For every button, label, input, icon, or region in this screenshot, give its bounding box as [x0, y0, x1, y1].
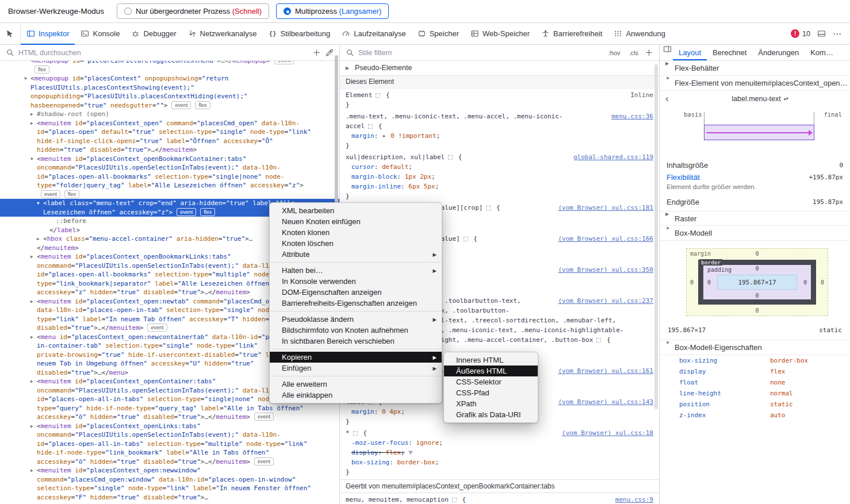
tab-stilbearbeitung[interactable]: {}Stilbearbeitung: [263, 23, 336, 44]
markup-line[interactable]: accesskey="ö" hidden="true" disabled="tr…: [0, 413, 339, 422]
flex-badge[interactable]: flex: [64, 190, 79, 198]
markup-line[interactable]: accesskey="F" hidden="true" disabled="tr…: [0, 493, 339, 502]
toggle-hover-button[interactable]: :hov: [606, 49, 623, 56]
rule-line[interactable]: box-sizing: border-box;: [340, 457, 659, 467]
rule-line[interactable]: margin: ▶ 0 !important;: [340, 131, 659, 141]
flex-badge[interactable]: flex: [200, 208, 215, 216]
markup-line[interactable]: ▼<menuitem id="placesContext_openBookmar…: [0, 155, 339, 164]
rule-line[interactable]: xul|description, xul|label {global-share…: [340, 152, 659, 162]
markup-line[interactable]: eventflex: [0, 190, 339, 199]
markup-line[interactable]: ▶<menuitem id="placesContext_open:newwin…: [0, 466, 339, 475]
margin-right-value[interactable]: 0: [821, 279, 824, 286]
context-menu-item[interactable]: XML bearbeiten: [270, 205, 442, 216]
rule-line[interactable]: margin-block: 1px 2px;: [340, 172, 659, 182]
tab-speicher[interactable]: Speicher: [412, 23, 465, 44]
collapse-twisty-icon[interactable]: ▼: [37, 199, 40, 208]
markup-line[interactable]: ▶<menuitem id="placesContext_open" comma…: [0, 119, 339, 128]
padding-right-value[interactable]: 0: [803, 279, 807, 286]
stylesheet-link[interactable]: global-shared.css:119: [573, 152, 653, 162]
sidebar-tab-berechnet[interactable]: Berechnet: [707, 45, 752, 60]
process-mode-option-0[interactable]: Nur übergeordneter Prozess (Schnell): [117, 3, 269, 19]
border-box[interactable]: border padding 0 0 0 0 195.867×17: [698, 260, 816, 305]
rule-line[interactable]: menu, menuitem, menucaption {menu.css:9: [340, 495, 659, 504]
markup-line[interactable]: ▼<menupopup id="placesContext" onpopupsh…: [0, 74, 339, 83]
back-chevron-icon[interactable]: ‹: [665, 94, 676, 103]
context-menu-item[interactable]: Halten bei…▶: [270, 265, 442, 276]
split-console-icon[interactable]: [817, 29, 826, 38]
context-menu-item[interactable]: Knoten klonen: [270, 227, 442, 238]
markup-line[interactable]: hasbeenopened="true" needsgutter="">even…: [0, 101, 339, 110]
stylesheet-link[interactable]: (vom Browser) xul.css:181: [558, 203, 653, 213]
context-menu-item[interactable]: Inneres HTML: [444, 355, 538, 366]
expand-twisty-icon[interactable]: ▶: [30, 422, 33, 431]
markup-line[interactable]: ▶<menuitem id="placesContext_openLinks:t…: [0, 422, 339, 431]
rule-line[interactable]: cursor: default;: [340, 162, 659, 172]
search-input[interactable]: HTML durchsuchen: [18, 49, 308, 57]
padding-bottom-value[interactable]: 0: [755, 293, 759, 299]
context-menu-item[interactable]: Alle erweitern: [270, 379, 442, 390]
eyedropper-icon[interactable]: [325, 48, 334, 57]
tab-laufzeitanalyse[interactable]: Laufzeitanalyse: [336, 23, 411, 44]
event-badge[interactable]: event: [254, 413, 274, 421]
markup-line[interactable]: hidden="true" disabled="true">…</menuite…: [0, 145, 339, 155]
markup-line[interactable]: hide-if-single-click-opens="true" label=…: [0, 137, 339, 146]
rule-line[interactable]: -moz-user-focus: ignore;: [340, 438, 659, 448]
tab-barrierefreiheit[interactable]: Barrierefreiheit: [535, 23, 608, 44]
context-menu-item[interactable]: DOM-Eigenschaften anzeigen: [270, 287, 442, 298]
rule-line[interactable]: }: [340, 141, 659, 151]
add-node-icon[interactable]: [312, 48, 321, 57]
rule-line[interactable]: accel {: [340, 121, 659, 131]
collapse-twisty-icon[interactable]: ▼: [30, 155, 33, 164]
markup-line[interactable]: PlacesUIUtils.placesContextShowing(event…: [0, 83, 339, 93]
selector-highlighter-icon[interactable]: [368, 124, 373, 129]
rule-line[interactable]: .menu-text, .menu-iconic-text, .menu-acc…: [340, 111, 659, 121]
context-menu-item[interactable]: Einfügen▶: [270, 363, 442, 374]
box-model-property[interactable]: z-indexauto: [660, 410, 850, 421]
content-box[interactable]: 195.867×17: [717, 275, 797, 290]
shorthand-twisty-icon[interactable]: ▶: [383, 131, 386, 141]
tab-netzwerkanalyse[interactable]: Netzwerkanalyse: [182, 23, 263, 44]
markup-line[interactable]: oncommand="PlacesUIUtils.openSelectionIn…: [0, 430, 339, 440]
markup-line[interactable]: accesskey="ö" hidden="true" disabled="tr…: [0, 457, 339, 467]
context-menu-item[interactable]: Grafik als Data-URI: [444, 409, 538, 420]
add-rule-icon[interactable]: [645, 48, 653, 57]
markup-line[interactable]: type="query" hide-if-node-type="query_ta…: [0, 404, 339, 413]
event-badge[interactable]: event: [254, 457, 274, 465]
selector-highlighter-icon[interactable]: [376, 93, 380, 98]
markup-line[interactable]: onpopuphiding="PlacesUIUtils.placesConte…: [0, 92, 339, 101]
context-menu-item[interactable]: In Konsole verwenden: [270, 276, 442, 287]
stylesheet-link[interactable]: (vom Browser) xul.css:237: [558, 296, 653, 306]
flex-item-select[interactable]: label.menu-text▴▾: [676, 95, 844, 103]
tab-anwendung[interactable]: Anwendung: [608, 23, 671, 44]
collapse-twisty-icon[interactable]: ▼: [24, 74, 27, 83]
context-menu-item[interactable]: Kopieren▶: [270, 352, 442, 363]
context-menu-item[interactable]: Neuen Knoten einfügen: [270, 216, 442, 227]
stylesheet-link[interactable]: (vom Browser) xul.css:143: [558, 397, 653, 407]
rule-line[interactable]: Element {Inline: [340, 90, 659, 100]
markup-line[interactable]: command="placesCmd_open:window" data-l10…: [0, 475, 339, 484]
box-model-property[interactable]: floatnone: [660, 377, 850, 388]
sidebar-tab-änderungen[interactable]: Änderungen: [752, 45, 805, 60]
box-model-property[interactable]: positionstatic: [660, 399, 850, 410]
context-menu-item[interactable]: In sichtbaren Bereich verschieben: [270, 336, 442, 347]
box-model-property[interactable]: displayflex: [660, 366, 850, 377]
expand-twisty-icon[interactable]: ▶: [30, 110, 33, 119]
rule-line[interactable]: * {(vom Browser) xul.css:18: [340, 428, 659, 438]
stylesheet-link[interactable]: (vom Browser) xul.css:18: [562, 428, 653, 438]
context-menu-item[interactable]: CSS-Pfad: [444, 387, 538, 398]
rule-line[interactable]: }: [340, 100, 659, 110]
rule-line[interactable]: }: [340, 191, 659, 201]
event-badge[interactable]: event: [274, 61, 294, 64]
context-menu-item[interactable]: Knoten löschen: [270, 238, 442, 249]
scrollbar-thumb[interactable]: [654, 64, 658, 409]
selector-highlighter-icon[interactable]: [464, 237, 468, 241]
stylesheet-link[interactable]: (vom Browser) xul.css:161: [558, 366, 653, 376]
stylesheet-link[interactable]: (vom Browser) xul.css:166: [558, 234, 653, 244]
node-picker-button[interactable]: [0, 23, 21, 44]
section-flex-container[interactable]: ▶Flex-Behälter: [660, 61, 850, 76]
expand-twisty-icon[interactable]: ▶: [30, 297, 33, 306]
pane-toggle-icon[interactable]: [663, 45, 672, 53]
box-model-property[interactable]: line-heightnormal: [660, 388, 850, 399]
tab-debugger[interactable]: Debugger: [125, 23, 182, 44]
rule-line[interactable]: margin-inline: 6px 5px;: [340, 182, 659, 191]
